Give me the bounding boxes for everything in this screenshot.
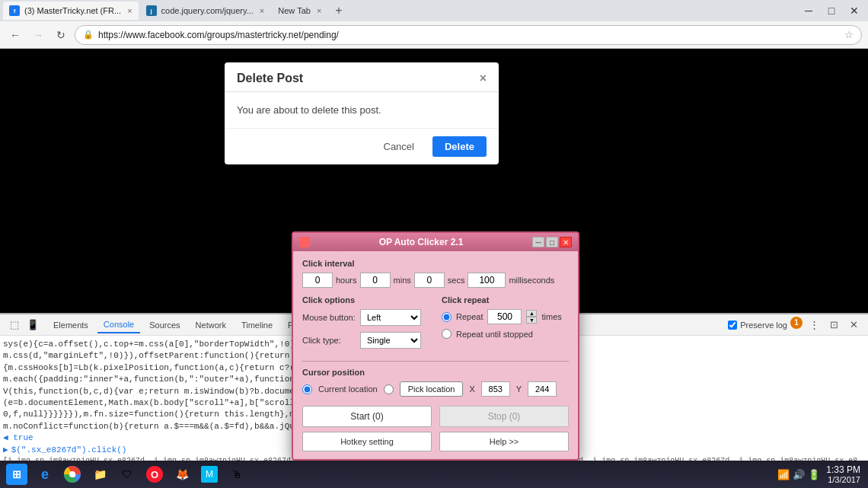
network-icon: 📶 — [777, 469, 790, 480]
click-options-col: Click options Mouse button: Left Right M… — [302, 295, 429, 355]
delete-button[interactable]: Delete — [432, 136, 487, 157]
devtools-close-button[interactable]: ✕ — [845, 317, 862, 333]
delete-dialog-close-button[interactable]: × — [480, 72, 487, 85]
repeat-until-stopped-row: Repeat until stopped — [442, 329, 569, 339]
browser-frame: f (3) MasterTricky.net (FR... × j code.j… — [0, 0, 868, 488]
tab-console[interactable]: Console — [97, 317, 140, 333]
help-button[interactable]: Help >> — [439, 432, 569, 451]
preserve-log-label: Preserve log — [740, 321, 787, 330]
tab-elements[interactable]: Elements — [47, 317, 94, 333]
true-value: true — [13, 433, 33, 442]
x-coord-input[interactable] — [481, 381, 510, 397]
tab-jquery-label: code.jquery.com/jquery... — [161, 6, 254, 15]
current-location-radio[interactable] — [302, 384, 312, 394]
reload-button[interactable]: ↻ — [52, 26, 70, 44]
repeat-spinner: ▲ ▼ — [526, 310, 537, 324]
devtools-dock-button[interactable]: ⊡ — [825, 317, 842, 333]
tab-mastertricky[interactable]: f (3) MasterTricky.net (FR... × — [3, 2, 139, 20]
devtools-right-icons: Preserve log 1 ⋮ ⊡ ✕ — [728, 317, 862, 333]
delete-dialog-header: Delete Post × — [225, 62, 499, 92]
autoclicker-maximize[interactable]: □ — [546, 237, 558, 247]
new-tab-button[interactable]: + — [329, 4, 348, 18]
pick-location-radio[interactable] — [384, 384, 394, 394]
taskbar-autoclicker[interactable]: 🖱 — [224, 462, 250, 486]
taskbar-opera[interactable]: O — [142, 462, 168, 486]
ms-input[interactable] — [468, 273, 506, 288]
hours-label: hours — [336, 276, 357, 285]
x-label: X — [469, 384, 474, 394]
tab-mastertricky-label: (3) MasterTricky.net (FR... — [24, 6, 121, 15]
times-label: times — [541, 312, 561, 321]
tab-newtab-close[interactable]: × — [317, 6, 321, 15]
cancel-button[interactable]: Cancel — [372, 136, 426, 157]
back-button[interactable]: ← — [6, 26, 24, 44]
repeat-radio[interactable] — [442, 312, 452, 322]
click-options-label: Click options — [302, 295, 429, 305]
delete-dialog-footer: Cancel Delete — [225, 128, 499, 164]
maximize-button[interactable]: □ — [821, 3, 842, 18]
metro-icon: M — [201, 466, 218, 483]
hotkey-setting-button[interactable]: Hotkey setting — [302, 432, 432, 451]
console-input-text: $(".sx_e8267d").click() — [11, 445, 127, 456]
autoclicker-close[interactable]: ✕ — [560, 237, 572, 247]
ms-label: milliseconds — [509, 276, 554, 285]
tab-sources[interactable]: Sources — [143, 317, 186, 333]
shield-icon: 🛡 — [119, 466, 136, 483]
taskbar-metro[interactable]: M — [196, 462, 222, 486]
tab-network[interactable]: Network — [190, 317, 232, 333]
taskbar-chrome[interactable] — [59, 462, 85, 486]
delete-dialog-message: You are about to delete this post. — [237, 104, 381, 116]
preserve-log-checkbox[interactable] — [728, 321, 737, 330]
stop-button[interactable]: Stop (0) — [439, 406, 569, 427]
ie-icon: e — [37, 466, 53, 483]
bookmark-icon[interactable]: ☆ — [844, 29, 854, 40]
mouse-button-select[interactable]: Left Right Middle — [360, 309, 421, 326]
tab-newtab[interactable]: New Tab × — [272, 2, 327, 20]
autoclicker-window-controls: ─ □ ✕ — [532, 237, 572, 247]
pick-location-button[interactable]: Pick location — [400, 381, 464, 397]
click-type-label: Click type: — [302, 336, 356, 345]
taskbar-shield[interactable]: 🛡 — [114, 462, 140, 486]
y-coord-input[interactable] — [528, 381, 557, 397]
start-button[interactable]: Start (0) — [302, 406, 432, 427]
current-location-label: Current location — [318, 384, 378, 394]
forward-button[interactable]: → — [29, 26, 47, 44]
tab-jquery[interactable]: j code.jquery.com/jquery... × — [140, 2, 271, 20]
autoclicker-dialog: OP Auto Clicker 2.1 ─ □ ✕ Click interval… — [292, 231, 579, 461]
taskbar-firefox[interactable]: 🦊 — [169, 462, 195, 486]
repeat-spin-down[interactable]: ▼ — [526, 317, 537, 324]
close-browser-button[interactable]: ✕ — [844, 3, 865, 18]
click-type-row: Click type: Single Double — [302, 332, 429, 349]
error-badge: 1 — [790, 317, 803, 329]
volume-icon: 🔊 — [793, 469, 805, 480]
secs-input[interactable] — [414, 273, 445, 288]
repeat-value-input[interactable] — [487, 309, 522, 324]
system-tray: 📶 🔊 🔋 — [777, 469, 820, 480]
lock-icon: 🔒 — [83, 30, 94, 40]
hours-input[interactable] — [302, 273, 333, 288]
mins-input[interactable] — [360, 273, 391, 288]
autoclicker-minimize[interactable]: ─ — [532, 237, 544, 247]
tab-mastertricky-close[interactable]: × — [127, 6, 132, 15]
title-bar: f (3) MasterTricky.net (FR... × j code.j… — [0, 0, 868, 21]
start-button[interactable]: ⊞ — [3, 462, 30, 486]
device-mode-button[interactable]: 📱 — [24, 317, 41, 333]
taskbar: ⊞ e 📁 🛡 O 🦊 M 🖱 📶 — [0, 461, 868, 488]
devtools-more-button[interactable]: ⋮ — [806, 317, 822, 333]
taskbar-explorer[interactable]: 📁 — [87, 462, 113, 486]
explorer-icon: 📁 — [91, 466, 108, 483]
click-type-select[interactable]: Single Double — [360, 332, 421, 349]
mins-label: mins — [394, 276, 411, 285]
devtools-inspect-icons: ⬚ 📱 — [6, 317, 41, 333]
repeat-spin-up[interactable]: ▲ — [526, 310, 537, 317]
taskbar-ie[interactable]: e — [32, 462, 58, 486]
y-label: Y — [516, 384, 522, 394]
minimize-button[interactable]: ─ — [798, 3, 819, 18]
tab-timeline[interactable]: Timeline — [235, 317, 279, 333]
address-bar[interactable]: 🔒 https://www.facebook.com/groups/master… — [75, 25, 862, 45]
svg-point-2 — [69, 471, 75, 477]
inspect-element-button[interactable]: ⬚ — [6, 317, 23, 333]
clock-time: 1:33 PM — [826, 464, 860, 475]
tab-jquery-close[interactable]: × — [260, 6, 264, 15]
repeat-until-stopped-radio[interactable] — [442, 329, 452, 339]
